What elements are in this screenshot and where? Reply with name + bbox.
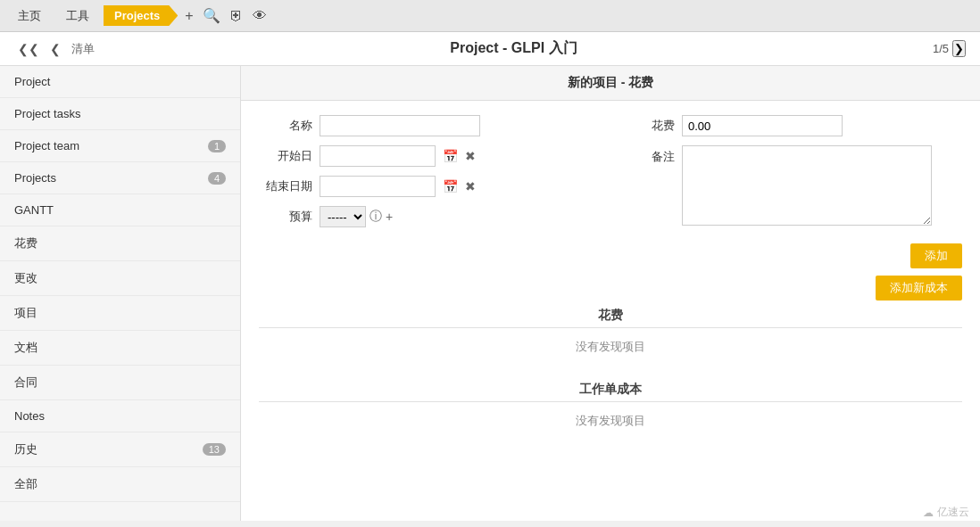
sidebar-item-change[interactable]: 更改 <box>0 261 240 296</box>
sidebar-item-contracts[interactable]: 合同 <box>0 366 240 400</box>
budget-select-row: ----- ⓘ + <box>320 206 393 227</box>
nav-tools[interactable]: 工具 <box>55 4 100 28</box>
start-clear-icon[interactable]: ✖ <box>465 149 476 163</box>
form-body: 名称 开始日 📅 ✖ 结束日期 📅 ✖ <box>241 101 980 463</box>
work-order-cost-section: 工作单成本 没有发现项目 <box>259 375 962 438</box>
main-layout: Project Project tasks Project team 1 Pro… <box>0 66 980 521</box>
search-icon[interactable]: 🔍 <box>203 7 220 24</box>
sidebar-label: Projects <box>14 171 56 185</box>
sidebar-label: 项目 <box>14 305 37 321</box>
sidebar: Project Project tasks Project team 1 Pro… <box>0 66 241 521</box>
start-date-row: 开始日 📅 ✖ <box>259 145 600 167</box>
first-page-btn[interactable]: ❮❮ <box>14 40 43 58</box>
comment-row: 备注 <box>621 145 962 226</box>
sidebar-label: Project <box>14 75 50 88</box>
add-icon[interactable]: + <box>185 8 193 24</box>
two-col-form: 名称 开始日 📅 ✖ 结束日期 📅 ✖ <box>259 115 962 236</box>
sidebar-item-cost[interactable]: 花费 <box>0 226 240 261</box>
sidebar-label: Project tasks <box>14 107 80 120</box>
sidebar-label: 文档 <box>14 340 37 356</box>
nav-home[interactable]: 主页 <box>7 4 52 28</box>
no-items-1: 没有发现项目 <box>259 333 962 364</box>
no-items-2: 没有发现项目 <box>259 408 962 438</box>
add-cost-button[interactable]: 添加新成本 <box>876 276 962 301</box>
projects-badge: 4 <box>208 172 226 185</box>
sidebar-label: 合同 <box>14 375 37 391</box>
page-title: Project - GLPI 入门 <box>102 39 926 58</box>
sidebar-label: 更改 <box>14 270 37 286</box>
sidebar-item-project-tasks[interactable]: Project tasks <box>0 98 240 130</box>
nav-projects[interactable]: Projects <box>104 5 178 26</box>
form-left-col: 名称 开始日 📅 ✖ 结束日期 📅 ✖ <box>259 115 600 236</box>
sidebar-item-all[interactable]: 全部 <box>0 467 240 502</box>
budget-row: 预算 ----- ⓘ + <box>259 206 600 227</box>
breadcrumb-bar: ❮❮ ❮ 清单 Project - GLPI 入门 1/5 ❯ <box>0 32 980 66</box>
add-button[interactable]: 添加 <box>910 243 962 268</box>
cost-row: 花费 <box>621 115 962 136</box>
sidebar-label: 花费 <box>14 235 37 251</box>
name-label: 名称 <box>259 118 312 134</box>
form-right-col: 花费 备注 <box>621 115 962 236</box>
pagination: 1/5 ❯ <box>933 40 966 57</box>
content-area: 新的项目 - 花费 名称 开始日 📅 ✖ <box>241 66 980 521</box>
sidebar-item-project-team[interactable]: Project team 1 <box>0 130 240 162</box>
sidebar-item-projects[interactable]: Projects 4 <box>0 162 240 194</box>
sidebar-label: 全部 <box>14 476 37 492</box>
start-label: 开始日 <box>259 148 312 164</box>
topnav: 主页 工具 Projects + 🔍 ⛨ 👁 <box>0 0 980 32</box>
watermark: ☁ 亿速云 <box>923 505 969 520</box>
nav-controls: ❮❮ ❮ 清单 <box>14 40 95 58</box>
sidebar-item-docs[interactable]: 文档 <box>0 331 240 366</box>
work-order-cost-title: 工作单成本 <box>259 375 962 402</box>
end-label: 结束日期 <box>259 178 312 194</box>
cost-input[interactable] <box>682 115 843 136</box>
budget-add-icon[interactable]: + <box>386 210 393 224</box>
form-header: 新的项目 - 花费 <box>241 66 980 101</box>
sidebar-item-notes[interactable]: Notes <box>0 400 240 432</box>
end-clear-icon[interactable]: ✖ <box>465 179 476 194</box>
sidebar-label: Project team <box>14 139 79 152</box>
pagination-text: 1/5 <box>933 42 949 55</box>
sidebar-item-project2[interactable]: 项目 <box>0 296 240 331</box>
budget-label: 预算 <box>259 209 312 225</box>
comment-textarea[interactable] <box>682 145 932 226</box>
sidebar-item-project[interactable]: Project <box>0 66 240 98</box>
end-date-input[interactable] <box>320 176 436 197</box>
watermark-text: 亿速云 <box>937 505 969 520</box>
cost-section-title: 花费 <box>259 301 962 328</box>
topnav-actions: + 🔍 ⛨ 👁 <box>185 7 266 24</box>
branch-icon[interactable]: ⛨ <box>229 8 244 24</box>
end-calendar-icon[interactable]: 📅 <box>443 179 458 194</box>
prev-page-btn[interactable]: ❮ <box>46 40 64 58</box>
add-btn-row: 添加 <box>259 243 962 268</box>
cost-label: 花费 <box>621 118 675 134</box>
project-team-badge: 1 <box>208 140 226 152</box>
end-date-row: 结束日期 📅 ✖ <box>259 176 600 197</box>
list-link[interactable]: 清单 <box>71 41 95 57</box>
budget-info-icon[interactable]: ⓘ <box>370 209 382 225</box>
budget-select[interactable]: ----- <box>320 206 366 227</box>
sidebar-item-gantt[interactable]: GANTT <box>0 194 240 226</box>
comment-label: 备注 <box>621 149 675 165</box>
watermark-icon: ☁ <box>923 506 934 519</box>
name-input[interactable] <box>320 115 480 136</box>
cost-section: 花费 没有发现项目 <box>259 301 962 364</box>
sidebar-item-history[interactable]: 历史 13 <box>0 432 240 467</box>
start-date-input[interactable] <box>320 145 436 167</box>
start-calendar-icon[interactable]: 📅 <box>443 149 458 163</box>
history-badge: 13 <box>203 443 226 456</box>
next-page-btn[interactable]: ❯ <box>952 40 966 57</box>
sidebar-label: GANTT <box>14 203 54 217</box>
eye-icon[interactable]: 👁 <box>253 8 267 24</box>
name-row: 名称 <box>259 115 600 136</box>
add-cost-btn-row: 添加新成本 <box>259 276 962 301</box>
sidebar-label: 历史 <box>14 441 37 457</box>
sidebar-label: Notes <box>14 409 45 423</box>
